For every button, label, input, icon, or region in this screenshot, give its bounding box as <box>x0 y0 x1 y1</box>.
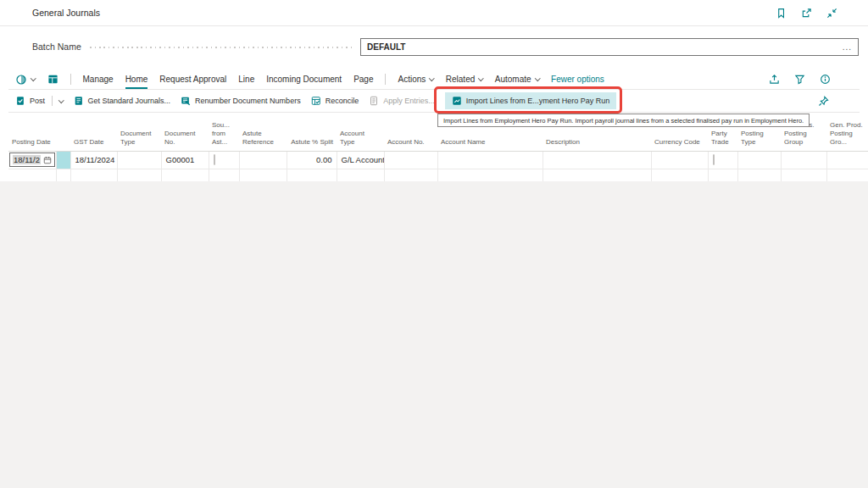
title-bar: General Journals <box>0 0 868 26</box>
get-standard-journals-button[interactable]: Get Standard Journals... <box>74 96 171 106</box>
menu-item-related[interactable]: Related <box>446 69 483 89</box>
menu-item-fewer-options[interactable]: Fewer options <box>551 69 604 89</box>
posting-date-editor[interactable]: 18/11/2 <box>9 152 55 167</box>
description-cell[interactable] <box>542 151 651 169</box>
col-astute-pct-split[interactable]: Astute % Split <box>287 113 337 151</box>
dotted-leader <box>90 47 352 48</box>
menubar-right-icons <box>769 74 853 85</box>
table-row: 18/11/2 18/11/2024 G00001 0.00 G/L Accou… <box>8 151 868 169</box>
collapse-icon[interactable] <box>826 8 837 19</box>
col-posting-date[interactable]: Posting Date <box>8 113 56 151</box>
batch-name-input[interactable]: DEFAULT ... <box>360 38 859 56</box>
apply-entries-icon <box>369 96 379 106</box>
posting-date-value: 18/11/2 <box>13 155 41 164</box>
gen-prod-posting-group-cell[interactable] <box>826 151 868 169</box>
col-gen-prod-posting-group[interactable]: Gen. Prod. Posting Gro... <box>826 113 868 151</box>
col-sourced-from-astute[interactable]: Sou... from Ast... <box>209 113 239 151</box>
account-type-cell[interactable]: G/L Account <box>337 151 384 169</box>
account-name-cell[interactable] <box>437 151 542 169</box>
row-indicator-cell[interactable] <box>56 151 70 169</box>
post-split-divider <box>52 96 53 106</box>
menu-item-incoming-document[interactable]: Incoming Document <box>266 69 342 89</box>
gen-posting-type-cell[interactable] <box>737 151 781 169</box>
chevron-down-icon[interactable] <box>58 97 64 103</box>
menubar-divider <box>385 74 386 85</box>
menu-item-home[interactable]: Home <box>125 69 148 89</box>
tooltip: Import Lines from Employment Hero Pay Ru… <box>437 114 810 127</box>
chevron-down-icon <box>535 75 540 80</box>
col-document-type[interactable]: Document Type <box>117 113 161 151</box>
col-account-no[interactable]: Account No. <box>384 113 437 151</box>
post-button[interactable]: Post <box>15 96 64 106</box>
bookmark-icon[interactable] <box>776 8 787 19</box>
astute-pct-split-cell[interactable]: 0.00 <box>287 151 337 169</box>
menu-item-page[interactable]: Page <box>353 69 373 89</box>
filter-icon[interactable] <box>794 74 805 85</box>
page-background <box>0 181 868 488</box>
ribbon-menubar: Manage Home Request Approval Line Incomi… <box>8 69 860 90</box>
title-bar-icons <box>776 8 837 19</box>
action-bar: Post Get Standard Journals... Renumber D… <box>8 90 860 113</box>
col-account-type[interactable]: Account Type <box>337 113 384 151</box>
reconcile-icon <box>311 96 321 106</box>
astute-reference-cell[interactable] <box>239 151 287 169</box>
col-document-no[interactable]: Document No. <box>161 113 209 151</box>
post-icon <box>15 96 25 106</box>
popout-icon[interactable] <box>801 8 812 19</box>
menu-item-automate[interactable]: Automate <box>495 69 539 89</box>
page-title: General Journals <box>32 8 100 18</box>
menu-item-line[interactable]: Line <box>238 69 254 89</box>
apply-entries-button[interactable]: Apply Entries... <box>369 96 435 106</box>
pin-off-icon[interactable] <box>818 96 829 107</box>
col-gst-date[interactable]: GST Date <box>70 113 117 151</box>
renumber-icon <box>181 96 191 106</box>
menu-item-manage[interactable]: Manage <box>83 69 114 89</box>
menubar-divider <box>70 74 71 85</box>
batch-name-row: Batch Name DEFAULT ... <box>32 35 859 58</box>
menu-item-actions[interactable]: Actions <box>398 69 433 89</box>
gen-bus-posting-group-cell[interactable] <box>781 151 826 169</box>
chevron-down-icon <box>31 75 36 80</box>
table-row-empty <box>8 169 868 181</box>
eu-3-party-trade-cell[interactable] <box>708 151 737 169</box>
document-no-cell[interactable]: G00001 <box>161 151 209 169</box>
sourced-from-astute-cell[interactable] <box>209 151 239 169</box>
posting-date-cell[interactable]: 18/11/2 <box>8 151 56 169</box>
document-type-cell[interactable] <box>117 151 161 169</box>
eu-3-party-trade-checkbox[interactable] <box>713 154 715 165</box>
sourced-from-astute-checkbox[interactable] <box>214 154 215 165</box>
menu-item-request-approval[interactable]: Request Approval <box>159 69 226 89</box>
reconcile-button[interactable]: Reconcile <box>311 96 359 106</box>
import-icon <box>452 96 462 106</box>
import-lines-employment-hero-button[interactable]: Import Lines from E...yment Hero Pay Run <box>445 92 617 109</box>
renumber-document-numbers-button[interactable]: Renumber Document Numbers <box>181 96 301 106</box>
get-standard-journals-icon <box>74 96 84 106</box>
chevron-down-icon <box>429 75 434 80</box>
batch-name-label: Batch Name <box>32 42 81 52</box>
analyze-icon[interactable] <box>15 74 36 86</box>
tooltip-text: Import Lines from Employment Hero Pay Ru… <box>443 117 804 125</box>
gst-date-cell[interactable]: 18/11/2024 <box>70 151 117 169</box>
share-icon[interactable] <box>769 74 780 85</box>
info-icon[interactable] <box>820 74 831 85</box>
account-no-cell[interactable] <box>384 151 437 169</box>
actionbar-right-icons <box>818 96 853 107</box>
batch-lookup-button[interactable]: ... <box>843 42 852 52</box>
batch-name-value: DEFAULT <box>367 42 405 52</box>
col-indicator <box>56 113 70 151</box>
col-astute-reference[interactable]: Astute Reference <box>239 113 287 151</box>
currency-code-cell[interactable] <box>651 151 708 169</box>
calendar-icon[interactable] <box>43 156 52 164</box>
layout-icon[interactable] <box>47 74 58 85</box>
chevron-down-icon <box>478 75 483 80</box>
